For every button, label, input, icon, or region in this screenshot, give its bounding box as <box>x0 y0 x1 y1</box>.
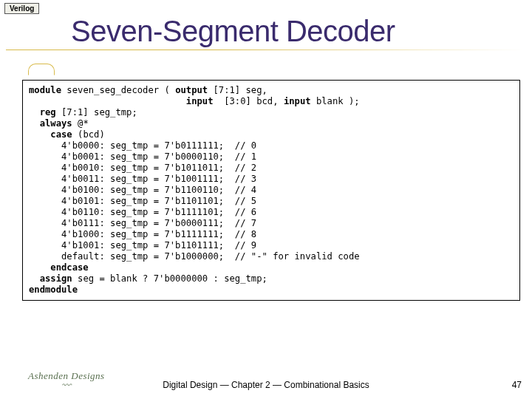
code-text: blank ); <box>311 96 360 106</box>
case-row: 4'b0010: seg_tmp = 7'b1011011; // 2 <box>29 163 256 173</box>
case-row: 4'b0101: seg_tmp = 7'b1101101; // 5 <box>29 196 256 206</box>
case-row: 4'b0011: seg_tmp = 7'b1001111; // 3 <box>29 174 256 184</box>
code-text: @* <box>72 118 89 129</box>
kw-endcase: endcase <box>29 262 89 273</box>
code-text: [7:1] seg, <box>208 85 267 95</box>
footer-caption: Digital Design — Chapter 2 — Combination… <box>0 380 532 390</box>
title-underline <box>6 50 523 50</box>
slide-title: Seven-Segment Decoder <box>71 15 395 47</box>
case-row: 4'b0110: seg_tmp = 7'b1111101; // 6 <box>29 207 256 217</box>
kw-module: module <box>29 85 61 95</box>
code-text: [3:0] bcd, <box>213 96 283 106</box>
case-row: 4'b0111: seg_tmp = 7'b0000111; // 7 <box>29 218 256 228</box>
code-box: module seven_seg_decoder ( output [7:1] … <box>22 80 520 301</box>
kw-always: always <box>29 118 72 129</box>
kw-case: case <box>29 129 72 140</box>
code-text: seven_seg_decoder ( <box>61 85 175 95</box>
case-row: default: seg_tmp = 7'b1000000; // "-" fo… <box>29 251 360 262</box>
code-text: seg = blank ? 7'b0000000 : seg_tmp; <box>72 273 267 284</box>
case-row: 4'b1001: seg_tmp = 7'b1101111; // 9 <box>29 240 256 250</box>
kw-input: input <box>284 96 311 106</box>
code-text: [7:1] seg_tmp; <box>56 107 137 117</box>
page-number: 47 <box>512 380 522 390</box>
title-block: Seven-Segment Decoder <box>0 15 532 50</box>
kw-output: output <box>175 85 208 95</box>
title-accent-bump <box>28 64 55 75</box>
case-row: 4'b0001: seg_tmp = 7'b0000110; // 1 <box>29 151 256 162</box>
kw-endmodule: endmodule <box>29 284 78 295</box>
case-row: 4'b0000: seg_tmp = 7'b0111111; // 0 <box>29 140 256 151</box>
language-tab: Verilog <box>4 3 39 14</box>
case-row: 4'b0100: seg_tmp = 7'b1100110; // 4 <box>29 185 256 195</box>
case-row: 4'b1000: seg_tmp = 7'b1111111; // 8 <box>29 229 256 239</box>
code-text: (bcd) <box>72 129 105 140</box>
kw-reg: reg <box>29 107 56 117</box>
kw-input: input <box>186 96 214 106</box>
kw-assign: assign <box>29 273 72 284</box>
code-text <box>29 96 186 106</box>
